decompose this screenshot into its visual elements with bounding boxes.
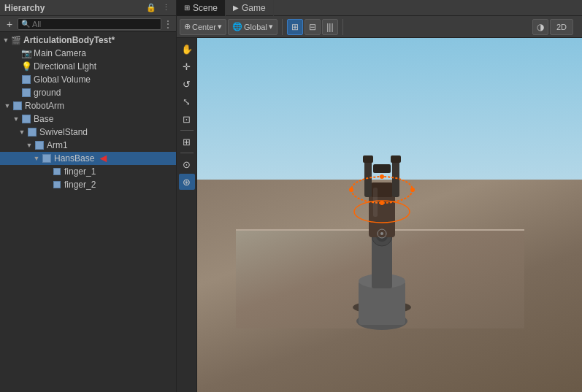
tree-item-directional-light[interactable]: 💡 Directional Light	[0, 60, 176, 73]
rotate-tool-button[interactable]: ↺	[179, 76, 195, 92]
svg-point-21	[380, 232, 383, 235]
toolbar-group-right: ◑ 2D	[532, 19, 578, 35]
tree-item-arm1[interactable]: ▼ Arm1	[0, 139, 176, 152]
scene-tab-icon: ⊞	[184, 4, 190, 12]
rect-tool-button[interactable]: ⊡	[179, 111, 195, 127]
cube-icon-hansbase	[41, 153, 53, 164]
2d-button[interactable]: 2D	[550, 19, 573, 35]
custom-tool-1-button[interactable]: ⊙	[179, 156, 195, 172]
arm1-label: Arm1	[47, 140, 68, 150]
game-tab-label: Game	[242, 3, 266, 13]
search-box: 🔍	[18, 18, 161, 30]
cube-icon-robotarm	[12, 100, 23, 112]
tool-separator-2	[180, 153, 194, 153]
global-button[interactable]: 🌐 Global ▾	[228, 19, 277, 35]
robot-arm-svg	[338, 120, 426, 332]
scene-background	[197, 38, 582, 392]
custom-tool-2-button[interactable]: ⊛	[179, 174, 195, 190]
add-button[interactable]: +	[3, 18, 16, 31]
hierarchy-toolbar: + 🔍 ⋮	[0, 16, 176, 32]
tab-game[interactable]: ▶ Game	[226, 0, 274, 16]
cube-icon-finger1	[51, 166, 63, 177]
expand-arrow-articulation: ▼	[1, 36, 10, 44]
global-volume-label: Global Volume	[34, 74, 91, 85]
scene-icon: 🎬	[10, 34, 22, 46]
directional-light-label: Directional Light	[34, 61, 96, 72]
scene-tab-label: Scene	[193, 3, 218, 13]
svg-point-14	[410, 188, 415, 192]
scene-viewport: ✋ ✛ ↺ ⤡ ⊡ ⊞ ⊙ ⊛	[177, 38, 582, 392]
tab-scene[interactable]: ⊞ Scene	[177, 0, 226, 16]
hand-tool-button[interactable]: ✋	[179, 41, 195, 57]
hansbase-label: HansBase	[54, 153, 94, 164]
finger2-label: finger_2	[64, 180, 96, 190]
global-chevron: ▾	[269, 22, 273, 31]
base-label: Base	[34, 114, 53, 124]
lock-icon[interactable]: 🔒	[145, 2, 157, 14]
scale-tool-button[interactable]: ⤡	[179, 93, 195, 109]
toolbar-group-center: ⊕ Center ▾ 🌐 Global ▾	[180, 19, 283, 35]
game-tab-icon: ▶	[233, 4, 239, 12]
svg-rect-9	[392, 161, 399, 197]
search-icon: 🔍	[21, 20, 30, 28]
scene-3d-view[interactable]	[197, 38, 582, 392]
camera-icon: 📷	[20, 47, 32, 59]
light-icon: 💡	[20, 61, 32, 72]
svg-rect-18	[363, 155, 373, 163]
toolbar-group-grid: ⊞ ⊟ |||	[287, 19, 343, 35]
tool-separator	[180, 130, 194, 131]
hierarchy-dots-button[interactable]: ⋮	[163, 18, 173, 30]
hierarchy-panel: Hierarchy 🔒 ⋮ + 🔍 ⋮ ▼ 🎬 ArticulationBody…	[0, 0, 177, 392]
arrow-arm1: ▼	[25, 142, 34, 149]
tree-item-finger1[interactable]: finger_1	[0, 165, 176, 178]
grid-button[interactable]: ⊞	[287, 19, 303, 35]
tree-item-global-volume[interactable]: Global Volume	[0, 73, 176, 86]
center-chevron: ▾	[218, 22, 222, 31]
hierarchy-tree: ▼ 🎬 ArticulationBodyTest* 📷 Main Camera …	[0, 32, 176, 392]
red-arrow-indicator: ◄	[97, 152, 109, 165]
2d-label: 2D	[556, 23, 567, 31]
move-tool-button[interactable]: ✛	[179, 58, 195, 74]
tree-item-robotarm[interactable]: ▼ RobotArm	[0, 99, 176, 112]
global-label: Global	[244, 23, 267, 31]
svg-point-16	[380, 201, 384, 205]
arrow-base: ▼	[12, 115, 20, 123]
more-options-icon[interactable]: ⋮	[160, 2, 172, 14]
arrow-robotarm: ▼	[3, 102, 12, 109]
search-input[interactable]	[32, 20, 158, 28]
tree-item-main-camera[interactable]: 📷 Main Camera	[0, 47, 176, 60]
cube-icon-base	[20, 113, 32, 125]
finger1-label: finger_1	[64, 166, 96, 177]
svg-rect-10	[373, 164, 391, 173]
tree-item-hansbase[interactable]: ▼ HansBase ◄	[0, 152, 176, 165]
cube-icon-ground	[20, 87, 32, 99]
panel-header-icons: 🔒 ⋮	[145, 2, 172, 14]
center-button[interactable]: ⊕ Center ▾	[180, 19, 226, 35]
main-camera-label: Main Camera	[34, 48, 86, 58]
tree-item-articulation[interactable]: ▼ 🎬 ArticulationBodyTest*	[0, 34, 176, 47]
tree-item-finger2[interactable]: finger_2	[0, 178, 176, 191]
cube-icon-arm1	[34, 139, 45, 151]
swivelstand-label: SwivelStand	[39, 127, 88, 137]
svg-rect-8	[364, 161, 372, 197]
scene-area: ⊞ Scene ▶ Game ⊕ Center ▾ 🌐 Global ▾	[177, 0, 582, 392]
snap-button[interactable]: ⊟	[305, 19, 321, 35]
layers-button[interactable]: ◑	[532, 19, 548, 35]
gizmo-button[interactable]: |||	[322, 19, 338, 35]
transform-tool-button[interactable]: ⊞	[179, 134, 195, 150]
ground-label: ground	[34, 88, 61, 98]
center-label: Center	[192, 23, 216, 31]
robotarm-label: RobotArm	[25, 101, 64, 111]
cube-icon-global	[20, 74, 32, 85]
tree-item-base[interactable]: ▼ Base	[0, 112, 176, 126]
arrow-hansbase: ▼	[32, 155, 41, 162]
pivot-icon: ⊕	[184, 22, 191, 31]
globe-icon: 🌐	[232, 22, 242, 31]
tree-item-ground[interactable]: ground	[0, 86, 176, 99]
tree-item-swivelstand[interactable]: ▼ SwivelStand	[0, 126, 176, 139]
svg-rect-19	[391, 155, 401, 163]
scene-tabs: ⊞ Scene ▶ Game	[177, 0, 582, 16]
panel-header: Hierarchy 🔒 ⋮	[0, 0, 176, 16]
svg-point-15	[380, 174, 384, 179]
panel-title: Hierarchy	[4, 3, 45, 13]
